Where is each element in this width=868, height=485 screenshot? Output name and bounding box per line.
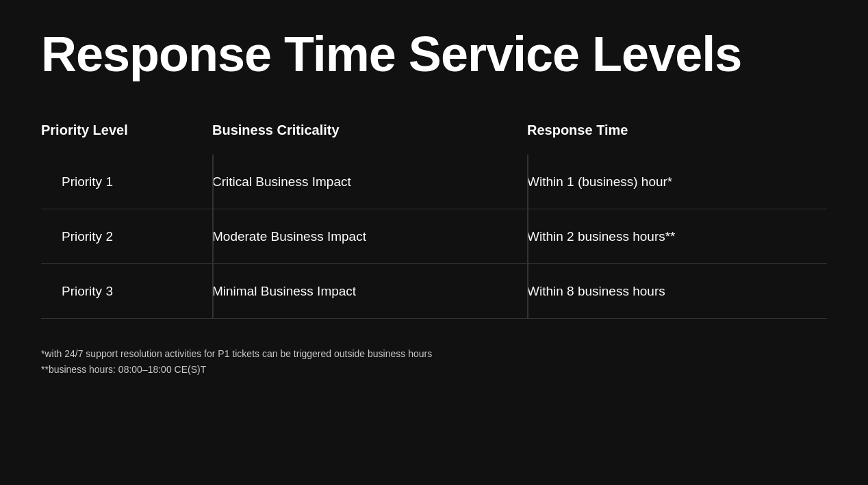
- footnote-line-1: *with 24/7 support resolution activities…: [41, 346, 827, 361]
- service-levels-table: Priority Level Business Criticality Resp…: [41, 122, 827, 319]
- page-title: Response Time Service Levels: [41, 27, 827, 81]
- table-header: Priority Level Business Criticality Resp…: [41, 122, 827, 149]
- priority-2-label: Priority 2: [41, 209, 212, 264]
- response-time-column: Within 1 (business) hour* Within 2 busin…: [527, 155, 827, 319]
- footnote-line-2: **business hours: 08:00–18:00 CE(S)T: [41, 362, 827, 377]
- criticality-1: Critical Business Impact: [212, 155, 527, 209]
- header-priority-level: Priority Level: [41, 122, 212, 138]
- column-divider-2: [527, 155, 528, 319]
- criticality-3: Minimal Business Impact: [212, 264, 527, 319]
- response-2: Within 2 business hours**: [527, 209, 827, 264]
- criticality-2: Moderate Business Impact: [212, 209, 527, 264]
- column-divider-1: [212, 155, 214, 319]
- priority-3-label: Priority 3: [41, 264, 212, 319]
- table-body: Priority 1 Priority 2 Priority 3 Critica…: [41, 155, 827, 319]
- header-business-criticality: Business Criticality: [212, 122, 527, 138]
- header-response-time: Response Time: [527, 122, 827, 138]
- response-3: Within 8 business hours: [527, 264, 827, 319]
- business-criticality-column: Critical Business Impact Moderate Busine…: [212, 155, 527, 319]
- priority-1-label: Priority 1: [41, 155, 212, 209]
- priority-level-column: Priority 1 Priority 2 Priority 3: [41, 155, 212, 319]
- response-1: Within 1 (business) hour*: [527, 155, 827, 209]
- footnotes: *with 24/7 support resolution activities…: [41, 346, 827, 377]
